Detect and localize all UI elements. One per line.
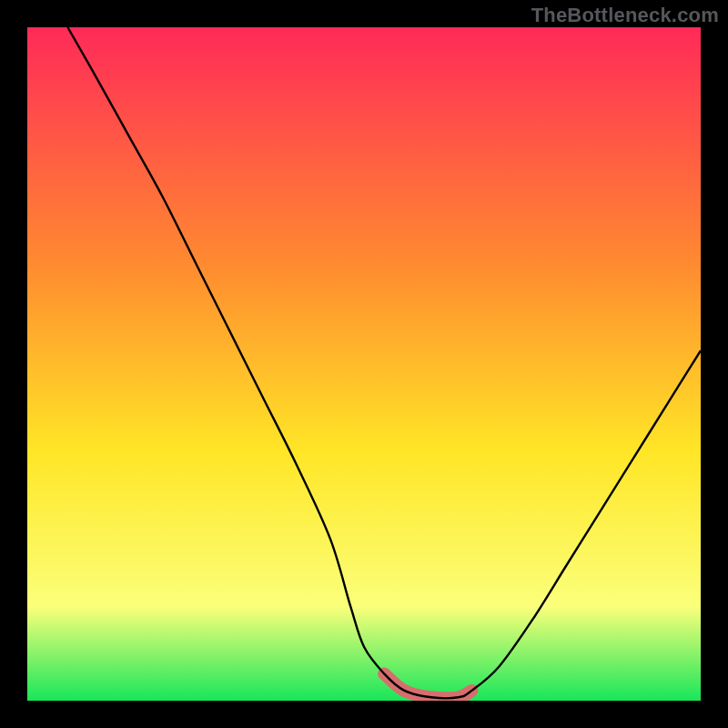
bottleneck-chart [27, 27, 701, 701]
chart-container: TheBottleneck.com [0, 0, 728, 728]
watermark-text: TheBottleneck.com [531, 4, 719, 27]
plot-area [27, 27, 701, 701]
gradient-background [27, 27, 701, 701]
